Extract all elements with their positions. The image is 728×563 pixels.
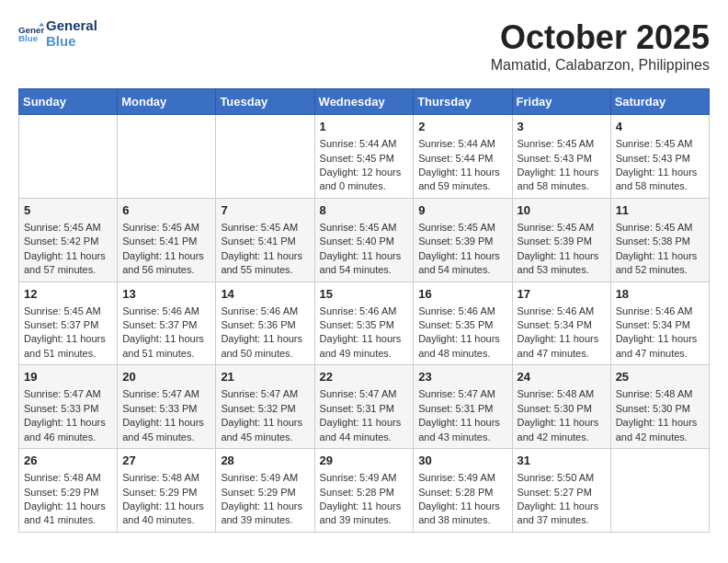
calendar-cell: 14Sunrise: 5:46 AMSunset: 5:36 PMDayligh… <box>216 282 314 365</box>
sunrise-text: Sunrise: 5:46 AM <box>418 305 495 316</box>
sunrise-text: Sunrise: 5:49 AM <box>418 472 495 483</box>
calendar-cell: 13Sunrise: 5:46 AMSunset: 5:37 PMDayligh… <box>118 282 216 365</box>
day-header-friday: Friday <box>512 89 610 115</box>
day-number: 20 <box>122 369 210 385</box>
day-number: 27 <box>122 453 210 469</box>
day-number: 7 <box>221 202 309 219</box>
sunrise-text: Sunrise: 5:45 AM <box>418 222 495 233</box>
cell-content: 28Sunrise: 5:49 AMSunset: 5:29 PMDayligh… <box>221 453 309 528</box>
day-number: 21 <box>221 369 309 385</box>
calendar-cell <box>216 115 314 199</box>
daylight-text: Daylight: 11 hours and 59 minutes. <box>418 167 500 191</box>
sunset-text: Sunset: 5:28 PM <box>320 487 394 498</box>
day-number: 26 <box>24 453 112 469</box>
sunset-text: Sunset: 5:29 PM <box>122 487 197 498</box>
cell-content: 11Sunrise: 5:45 AMSunset: 5:38 PMDayligh… <box>616 202 704 278</box>
day-number: 25 <box>616 369 704 385</box>
calendar-week-row: 12Sunrise: 5:45 AMSunset: 5:37 PMDayligh… <box>19 282 710 365</box>
sunset-text: Sunset: 5:35 PM <box>418 319 493 330</box>
sunrise-text: Sunrise: 5:46 AM <box>122 305 199 316</box>
cell-content: 25Sunrise: 5:48 AMSunset: 5:30 PMDayligh… <box>616 369 704 444</box>
sunset-text: Sunset: 5:37 PM <box>122 319 197 330</box>
day-number: 2 <box>418 119 506 135</box>
day-number: 5 <box>24 202 112 219</box>
day-number: 30 <box>418 453 506 469</box>
sunset-text: Sunset: 5:36 PM <box>221 319 295 330</box>
sunrise-text: Sunrise: 5:45 AM <box>24 305 101 316</box>
calendar-cell: 7Sunrise: 5:45 AMSunset: 5:41 PMDaylight… <box>216 198 314 282</box>
calendar-cell: 9Sunrise: 5:45 AMSunset: 5:39 PMDaylight… <box>414 198 512 282</box>
calendar-cell: 16Sunrise: 5:46 AMSunset: 5:35 PMDayligh… <box>414 282 512 365</box>
daylight-text: Daylight: 12 hours and 0 minutes. <box>320 167 402 191</box>
logo-text-general: General <box>46 18 97 34</box>
calendar-cell <box>118 115 216 199</box>
sunrise-text: Sunrise: 5:47 AM <box>418 388 495 399</box>
daylight-text: Daylight: 11 hours and 40 minutes. <box>122 500 204 525</box>
cell-content: 8Sunrise: 5:45 AMSunset: 5:40 PMDaylight… <box>320 202 409 278</box>
sunset-text: Sunset: 5:38 PM <box>616 236 690 247</box>
day-number: 4 <box>616 119 704 135</box>
day-header-thursday: Thursday <box>414 89 512 115</box>
page-header: General Blue General Blue October 2025 M… <box>18 18 710 74</box>
calendar-cell: 27Sunrise: 5:48 AMSunset: 5:29 PMDayligh… <box>118 449 216 533</box>
cell-content: 3Sunrise: 5:45 AMSunset: 5:43 PMDaylight… <box>518 119 606 194</box>
calendar-week-row: 19Sunrise: 5:47 AMSunset: 5:33 PMDayligh… <box>19 365 710 449</box>
sunrise-text: Sunrise: 5:45 AM <box>518 222 595 233</box>
daylight-text: Daylight: 11 hours and 54 minutes. <box>418 250 500 275</box>
cell-content: 18Sunrise: 5:46 AMSunset: 5:34 PMDayligh… <box>616 286 704 362</box>
cell-content: 27Sunrise: 5:48 AMSunset: 5:29 PMDayligh… <box>122 453 210 528</box>
day-number: 16 <box>418 286 506 303</box>
title-section: October 2025 Mamatid, Calabarzon, Philip… <box>491 18 710 74</box>
sunset-text: Sunset: 5:31 PM <box>418 403 493 414</box>
daylight-text: Daylight: 11 hours and 37 minutes. <box>518 500 599 525</box>
calendar-week-row: 1Sunrise: 5:44 AMSunset: 5:45 PMDaylight… <box>19 115 710 199</box>
calendar-cell: 19Sunrise: 5:47 AMSunset: 5:33 PMDayligh… <box>19 365 118 449</box>
day-header-tuesday: Tuesday <box>216 89 314 115</box>
cell-content: 4Sunrise: 5:45 AMSunset: 5:43 PMDaylight… <box>616 119 704 194</box>
sunset-text: Sunset: 5:45 PM <box>320 153 394 164</box>
daylight-text: Daylight: 11 hours and 39 minutes. <box>221 500 302 525</box>
cell-content: 7Sunrise: 5:45 AMSunset: 5:41 PMDaylight… <box>221 202 309 278</box>
daylight-text: Daylight: 11 hours and 51 minutes. <box>122 333 204 358</box>
cell-content: 30Sunrise: 5:49 AMSunset: 5:28 PMDayligh… <box>418 453 506 528</box>
daylight-text: Daylight: 11 hours and 57 minutes. <box>24 250 106 275</box>
daylight-text: Daylight: 11 hours and 42 minutes. <box>518 417 599 442</box>
daylight-text: Daylight: 11 hours and 38 minutes. <box>418 500 500 525</box>
sunrise-text: Sunrise: 5:45 AM <box>616 222 693 233</box>
cell-content: 26Sunrise: 5:48 AMSunset: 5:29 PMDayligh… <box>24 453 112 528</box>
day-number: 6 <box>122 202 210 219</box>
location-title: Mamatid, Calabarzon, Philippines <box>491 57 710 74</box>
sunrise-text: Sunrise: 5:46 AM <box>320 305 397 316</box>
calendar-cell: 25Sunrise: 5:48 AMSunset: 5:30 PMDayligh… <box>610 365 709 449</box>
day-header-saturday: Saturday <box>610 89 709 115</box>
sunset-text: Sunset: 5:39 PM <box>518 236 592 247</box>
daylight-text: Daylight: 11 hours and 47 minutes. <box>616 333 698 358</box>
day-number: 19 <box>24 369 112 385</box>
cell-content: 31Sunrise: 5:50 AMSunset: 5:27 PMDayligh… <box>518 453 606 528</box>
sunset-text: Sunset: 5:34 PM <box>616 319 690 330</box>
sunrise-text: Sunrise: 5:47 AM <box>221 388 298 399</box>
daylight-text: Daylight: 11 hours and 50 minutes. <box>221 333 302 358</box>
sunset-text: Sunset: 5:41 PM <box>122 236 197 247</box>
day-header-monday: Monday <box>118 89 216 115</box>
sunrise-text: Sunrise: 5:46 AM <box>221 305 298 316</box>
sunset-text: Sunset: 5:33 PM <box>122 403 197 414</box>
calendar-cell: 2Sunrise: 5:44 AMSunset: 5:44 PMDaylight… <box>414 115 512 199</box>
calendar-table: SundayMondayTuesdayWednesdayThursdayFrid… <box>18 88 710 533</box>
calendar-cell: 26Sunrise: 5:48 AMSunset: 5:29 PMDayligh… <box>19 449 118 533</box>
calendar-week-row: 5Sunrise: 5:45 AMSunset: 5:42 PMDaylight… <box>19 198 710 282</box>
cell-content: 29Sunrise: 5:49 AMSunset: 5:28 PMDayligh… <box>320 453 409 528</box>
calendar-cell: 31Sunrise: 5:50 AMSunset: 5:27 PMDayligh… <box>512 449 610 533</box>
cell-content: 22Sunrise: 5:47 AMSunset: 5:31 PMDayligh… <box>320 369 409 444</box>
day-number: 8 <box>320 202 409 219</box>
sunset-text: Sunset: 5:35 PM <box>320 319 394 330</box>
daylight-text: Daylight: 11 hours and 43 minutes. <box>418 417 500 442</box>
day-number: 14 <box>221 286 309 303</box>
calendar-cell: 24Sunrise: 5:48 AMSunset: 5:30 PMDayligh… <box>512 365 610 449</box>
cell-content: 6Sunrise: 5:45 AMSunset: 5:41 PMDaylight… <box>122 202 210 278</box>
cell-content: 21Sunrise: 5:47 AMSunset: 5:32 PMDayligh… <box>221 369 309 444</box>
cell-content: 14Sunrise: 5:46 AMSunset: 5:36 PMDayligh… <box>221 286 309 362</box>
sunrise-text: Sunrise: 5:50 AM <box>518 472 595 483</box>
day-number: 1 <box>320 119 409 135</box>
calendar-cell: 11Sunrise: 5:45 AMSunset: 5:38 PMDayligh… <box>610 198 709 282</box>
